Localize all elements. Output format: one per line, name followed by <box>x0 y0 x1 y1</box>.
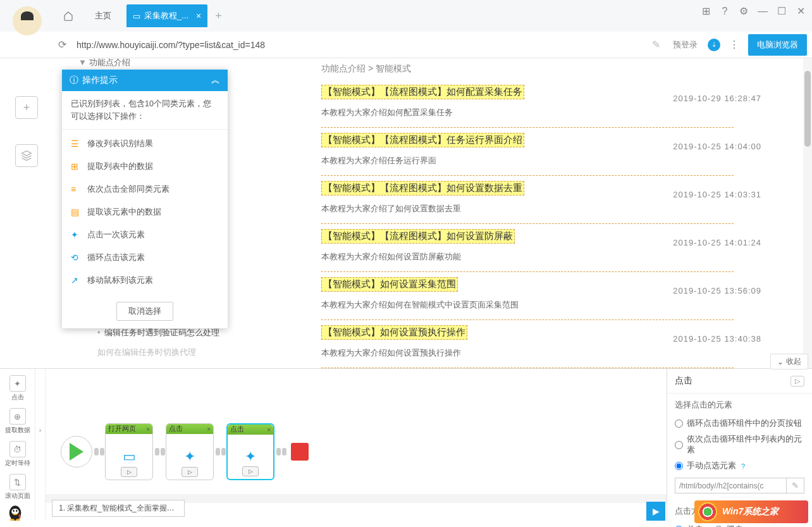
minimize-icon[interactable]: — <box>756 6 769 17</box>
article-title[interactable]: 【智能模式】【流程图模式】如何设置数据去重 <box>321 181 524 195</box>
tool-scroll[interactable]: ⇅滚动页面 <box>3 471 33 503</box>
tree-link[interactable]: 如何在编辑任务时切换代理 <box>97 342 243 363</box>
timer-icon: ⏱ <box>9 441 26 457</box>
article-item[interactable]: 【智能模式】如何设置采集范围 本教程为大家介绍如何在智能模式中设置页面采集范围 … <box>268 272 787 320</box>
tooltip-action[interactable]: ☰修改列表识别结果 <box>62 132 228 155</box>
scrollbar-thumb[interactable] <box>804 71 811 147</box>
flow-canvas[interactable]: 打开网页× ▭ ▷ 点击× ✦ ▷ 点击× ✦ ▷ 1. 采集教程_智能模式_全… <box>46 369 667 521</box>
svg-point-2 <box>11 509 19 514</box>
tooltip-footer: 取消选择 <box>62 294 228 328</box>
tooltip-list: ☰修改列表识别结果 ⊞提取列表中的数据 ≡依次点击全部同类元素 ▤提取该元素中的… <box>62 130 228 294</box>
list-icon: ☰ <box>71 139 82 149</box>
edit-icon[interactable]: ✎ <box>652 39 660 51</box>
flow-node-click[interactable]: 点击× ✦ ▷ <box>166 423 214 480</box>
browser-mode-button[interactable]: 电脑浏览器 <box>748 34 807 56</box>
svg-marker-0 <box>22 151 32 156</box>
node-play-icon[interactable]: ▷ <box>181 467 198 477</box>
article-date: 2019-10-25 13:40:38 <box>673 334 761 344</box>
article-title[interactable]: 【智能模式】【流程图模式】如何设置防屏蔽 <box>321 229 515 244</box>
prelogin-button[interactable]: 预登录 <box>673 39 698 51</box>
article-item[interactable]: 【智能模式】如何设置预执行操作 本教程为大家介绍如何设置预执行操作 2019-1… <box>268 320 787 368</box>
node-play-icon[interactable]: ▷ <box>121 467 137 477</box>
article-title[interactable]: 【智能模式】如何设置预执行操作 <box>321 325 467 340</box>
radio-manual[interactable]: 手动点选元素? <box>675 458 804 474</box>
avatar[interactable] <box>13 6 42 35</box>
article-list: 功能点介绍 > 智能模式 【智能模式】【流程图模式】如何配置采集任务 本教程为大… <box>268 58 812 368</box>
status-icon[interactable]: ⇣ <box>708 39 720 51</box>
collapse-icon[interactable]: ︽ <box>211 75 220 86</box>
more-icon[interactable]: ⋮ <box>729 39 739 51</box>
tool-extract[interactable]: ⊕提取数据 <box>3 406 33 437</box>
tooltip-action[interactable]: ↗移动鼠标到该元素 <box>62 269 228 292</box>
node-close-icon[interactable]: × <box>267 426 271 433</box>
help-icon[interactable]: ? <box>718 6 731 17</box>
article-date: 2019-10-25 14:04:00 <box>673 142 761 151</box>
tooltip-action[interactable]: ⊞提取列表中的数据 <box>62 155 228 178</box>
xpath-input[interactable] <box>675 478 787 493</box>
radio-loop-pagination[interactable]: 循环点击循环组件中的分页按钮 <box>675 416 804 431</box>
connector <box>276 447 287 456</box>
run-button[interactable]: ▶ <box>646 502 665 521</box>
close-tab-icon[interactable]: × <box>196 11 201 21</box>
radio-loop-list[interactable]: 依次点击循环组件中列表内的元素 <box>675 431 804 458</box>
article-item[interactable]: 【智能模式】【流程图模式】如何配置采集任务 本教程为大家介绍如何配置采集任务 2… <box>268 80 787 128</box>
article-item[interactable]: 【智能模式】【流程图模式】如何设置数据去重 本教程为大家介绍了如何设置数据去重 … <box>268 176 787 224</box>
article-title[interactable]: 【智能模式】【流程图模式】如何配置采集任务 <box>321 85 524 99</box>
article-title[interactable]: 【智能模式】如何设置采集范围 <box>321 277 458 292</box>
tooltip-action[interactable]: ⟲循环点击该元素 <box>62 246 228 269</box>
maximize-icon[interactable]: ☐ <box>775 5 788 17</box>
gift-icon[interactable]: ⊞ <box>699 5 712 17</box>
tool-click[interactable]: ✦点击 <box>7 373 28 404</box>
tooltip-action[interactable]: ▤提取该元素中的数据 <box>62 201 228 223</box>
article-item[interactable]: 【智能模式】【流程图模式】任务运行界面介绍 本教程为大家介绍任务运行界面 201… <box>268 128 787 176</box>
tooltip-action[interactable]: ≡依次点击全部同类元素 <box>62 178 228 201</box>
props-section-element: 选择点击的元素 循环点击循环组件中的分页按钮 依次点击循环组件中列表内的元素 手… <box>667 394 812 500</box>
tooltip-action[interactable]: ✦点击一次该元素 <box>62 223 228 246</box>
tooltip-header: ⓘ 操作提示 ︽ <box>62 70 228 91</box>
url-input[interactable]: http://www.houyicaiji.com/?type=list&cat… <box>77 40 652 50</box>
article-date: 2019-10-29 16:28:47 <box>673 94 761 103</box>
flow-node-open[interactable]: 打开网页× ▭ ▷ <box>105 423 153 480</box>
extract-icon: ⊕ <box>9 408 26 425</box>
scrollbar[interactable] <box>803 58 812 368</box>
article-item[interactable]: 【智能模式】【流程图模式】如何设置防屏蔽 本教程为大家介绍如何设置防屏蔽功能 2… <box>268 224 787 272</box>
addressbar: ⟳ http://www.houyicaiji.com/?type=list&c… <box>0 32 812 58</box>
article-desc: 本教程为大家介绍如何设置防屏蔽功能 <box>321 251 734 272</box>
tab-active[interactable]: ▭ 采集教程_... × <box>126 4 207 27</box>
tab-home[interactable]: 主页 <box>80 4 126 27</box>
window-controls: ⊞ ? ⚙ — ☐ ✕ <box>699 5 807 17</box>
rail-layers-icon[interactable] <box>15 144 38 167</box>
home-icon[interactable] <box>57 4 80 27</box>
start-node[interactable] <box>61 436 92 468</box>
tool-wait[interactable]: ⏱定时等待 <box>3 438 33 470</box>
section-label: 选择点击的元素 <box>675 400 804 411</box>
flow-panel: ⌄收起 ✦点击 ⊕提取数据 ⏱定时等待 ⇅滚动页面 ⌄ › 打开网页× ▭ ▷ … <box>0 368 812 521</box>
reload-icon[interactable]: ⟳ <box>58 39 66 51</box>
xpath-edit-icon[interactable]: ✎ <box>787 478 804 493</box>
cancel-selection-button[interactable]: 取消选择 <box>116 302 173 321</box>
task-tab[interactable]: 1. 采集教程_智能模式_全面掌握后... <box>52 500 185 517</box>
node-close-icon[interactable]: × <box>146 426 150 433</box>
rail-add-icon[interactable]: + <box>15 96 38 119</box>
qq-icon[interactable] <box>6 504 24 522</box>
titlebar: 主页 ▭ 采集教程_... × + ⊞ ? ⚙ — ☐ ✕ <box>0 0 812 32</box>
preview-icon[interactable]: ▷ <box>790 376 804 387</box>
gear-icon[interactable]: ⚙ <box>737 5 750 17</box>
article-desc: 本教程为大家介绍任务运行界面 <box>321 155 734 176</box>
flow-node-click-active[interactable]: 点击× ✦ ▷ <box>226 423 274 480</box>
article-date: 2019-10-25 14:03:31 <box>673 190 761 199</box>
help-icon[interactable]: ? <box>741 462 745 470</box>
article-title[interactable]: 【智能模式】【流程图模式】任务运行界面介绍 <box>321 133 524 147</box>
stop-node[interactable] <box>291 443 309 461</box>
tabs: 主页 ▭ 采集教程_... × + <box>54 0 222 32</box>
collapse-panel-button[interactable]: ⌄收起 <box>770 354 808 369</box>
article-date: 2019-10-25 13:56:09 <box>673 286 761 295</box>
node-close-icon[interactable]: × <box>207 426 211 433</box>
close-icon[interactable]: ✕ <box>794 5 807 17</box>
node-play-icon[interactable]: ▷ <box>242 466 259 476</box>
operation-tooltip: ⓘ 操作提示 ︽ 已识别到列表，包含10个同类元素，您可以选择以下操作： ☰修改… <box>62 70 228 328</box>
watermark: Win7系统之家 <box>694 500 808 523</box>
tree-item[interactable]: ▼功能点介绍 <box>78 58 130 68</box>
flow-expand[interactable]: › <box>35 369 46 521</box>
new-tab-button[interactable]: + <box>215 9 222 23</box>
